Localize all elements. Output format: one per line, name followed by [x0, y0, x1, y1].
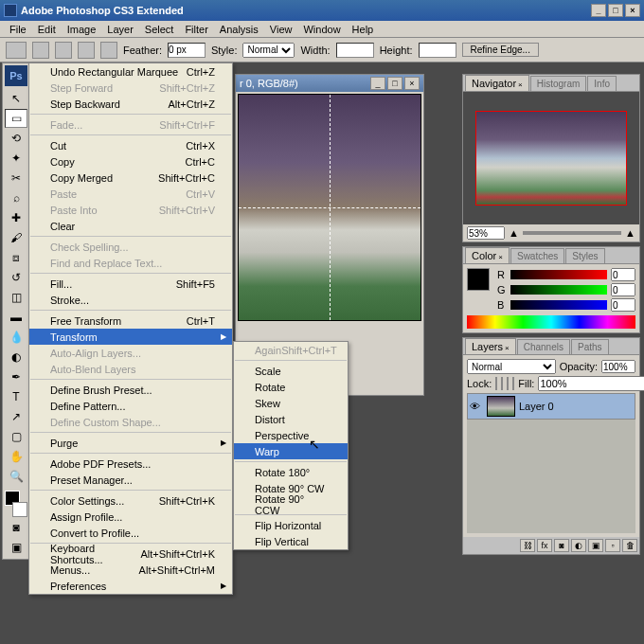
menu-edit[interactable]: Edit: [32, 24, 62, 35]
stamp-tool-icon[interactable]: ⧈: [5, 248, 27, 267]
submenu-rotate[interactable]: Rotate: [234, 379, 348, 395]
document-canvas[interactable]: [238, 94, 421, 321]
menu-free-transform[interactable]: Free TransformCtrl+T: [29, 313, 232, 329]
menu-help[interactable]: Help: [347, 24, 380, 35]
lock-pixels-icon[interactable]: [501, 377, 503, 390]
close-button[interactable]: ×: [625, 4, 640, 17]
move-tool-icon[interactable]: ↖: [5, 89, 27, 108]
menu-paste[interactable]: PasteCtrl+V: [29, 186, 232, 202]
menu-filter[interactable]: Filter: [179, 24, 213, 35]
menu-find-replace[interactable]: Find and Replace Text...: [29, 255, 232, 271]
menu-preferences[interactable]: Preferences▶: [29, 578, 232, 594]
menu-view[interactable]: View: [264, 24, 298, 35]
doc-minimize-button[interactable]: _: [370, 77, 385, 90]
submenu-flip-vertical[interactable]: Flip Vertical: [234, 533, 348, 549]
selection-intersect-icon[interactable]: [100, 42, 117, 59]
delete-layer-icon[interactable]: 🗑: [622, 539, 637, 552]
b-slider[interactable]: [510, 300, 607, 310]
eraser-tool-icon[interactable]: ◫: [5, 288, 27, 307]
menu-fade[interactable]: Fade...Shift+Ctrl+F: [29, 116, 232, 133]
menu-auto-blend[interactable]: Auto-Blend Layers: [29, 361, 232, 377]
marquee-tool-icon[interactable]: ▭: [5, 109, 27, 128]
lock-position-icon[interactable]: [507, 377, 509, 390]
menu-define-pattern[interactable]: Define Pattern...: [29, 398, 232, 414]
menu-select[interactable]: Select: [139, 24, 180, 35]
menu-clear[interactable]: Clear: [29, 218, 232, 234]
submenu-skew[interactable]: Skew: [234, 395, 348, 411]
path-tool-icon[interactable]: ↗: [5, 407, 27, 426]
blur-tool-icon[interactable]: 💧: [5, 328, 27, 347]
gradient-tool-icon[interactable]: ▬: [5, 308, 27, 327]
layer-mask-icon[interactable]: ◙: [554, 539, 569, 552]
document-titlebar[interactable]: r 0, RGB/8#) _ □ ×: [236, 75, 423, 92]
pen-tool-icon[interactable]: ✒: [5, 367, 27, 386]
quickmask-tool-icon[interactable]: ◙: [5, 518, 27, 537]
menu-copy-merged[interactable]: Copy MergedShift+Ctrl+C: [29, 170, 232, 186]
blend-mode-select[interactable]: Normal: [467, 359, 556, 374]
tab-color[interactable]: Color×: [465, 247, 510, 263]
r-input[interactable]: [611, 268, 635, 281]
g-slider[interactable]: [510, 285, 607, 295]
zoom-out-icon[interactable]: ▲: [509, 227, 519, 239]
type-tool-icon[interactable]: T: [5, 387, 27, 406]
lock-transparency-icon[interactable]: [495, 377, 497, 390]
selection-subtract-icon[interactable]: [78, 42, 95, 59]
menu-check-spelling[interactable]: Check Spelling...: [29, 239, 232, 255]
shape-tool-icon[interactable]: ▢: [5, 427, 27, 446]
menu-image[interactable]: Image: [62, 24, 102, 35]
menu-layer[interactable]: Layer: [101, 24, 139, 35]
height-input[interactable]: [419, 43, 456, 58]
submenu-rotate-90ccw[interactable]: Rotate 90° CCW: [234, 496, 348, 512]
menu-copy[interactable]: CopyCtrl+C: [29, 153, 232, 170]
tab-channels[interactable]: Channels: [517, 339, 570, 354]
tab-swatches[interactable]: Swatches: [510, 248, 564, 263]
selection-add-icon[interactable]: [55, 42, 72, 59]
doc-maximize-button[interactable]: □: [387, 77, 402, 90]
lasso-tool-icon[interactable]: ⟲: [5, 129, 27, 148]
layer-thumbnail[interactable]: [487, 396, 515, 417]
healing-tool-icon[interactable]: ✚: [5, 208, 27, 227]
adjustment-layer-icon[interactable]: ◐: [571, 539, 586, 552]
tab-layers[interactable]: Layers×: [465, 338, 516, 354]
refine-edge-button[interactable]: Refine Edge...: [462, 43, 539, 57]
submenu-perspective[interactable]: Perspective: [234, 427, 348, 443]
submenu-scale[interactable]: Scale: [234, 363, 348, 379]
layer-row[interactable]: 👁 Layer 0: [467, 393, 635, 420]
menu-window[interactable]: Window: [297, 24, 346, 35]
visibility-icon[interactable]: 👁: [470, 401, 483, 412]
menu-keyboard-shortcuts[interactable]: Keyboard Shortcuts...Alt+Shift+Ctrl+K: [29, 546, 232, 562]
r-slider[interactable]: [510, 270, 607, 279]
submenu-warp[interactable]: Warp: [234, 443, 348, 459]
menu-pdf-presets[interactable]: Adobe PDF Presets...: [29, 456, 232, 472]
opacity-input[interactable]: [601, 360, 635, 373]
submenu-distort[interactable]: Distort: [234, 411, 348, 427]
lock-all-icon[interactable]: [512, 377, 514, 390]
color-swatch-tool[interactable]: [5, 491, 27, 517]
maximize-button[interactable]: □: [608, 4, 623, 17]
crop-tool-icon[interactable]: ✂: [5, 169, 27, 188]
style-select[interactable]: Normal: [242, 43, 295, 58]
color-spectrum[interactable]: [467, 315, 635, 329]
layer-style-icon[interactable]: fx: [537, 539, 552, 552]
menu-purge[interactable]: Purge▶: [29, 435, 232, 451]
menu-step-forward[interactable]: Step ForwardShift+Ctrl+Z: [29, 80, 232, 96]
tab-styles[interactable]: Styles: [565, 248, 604, 263]
zoom-in-icon[interactable]: ▲: [625, 227, 635, 239]
color-fg-swatch[interactable]: [467, 268, 490, 291]
menu-menus[interactable]: Menus...Alt+Shift+Ctrl+M: [29, 562, 232, 578]
submenu-again[interactable]: AgainShift+Ctrl+T: [234, 342, 348, 358]
background-color-icon[interactable]: [12, 502, 27, 517]
menu-preset-manager[interactable]: Preset Manager...: [29, 472, 232, 488]
menu-assign-profile[interactable]: Assign Profile...: [29, 509, 232, 525]
menu-analysis[interactable]: Analysis: [214, 24, 264, 35]
zoom-slider[interactable]: [523, 231, 621, 235]
history-brush-tool-icon[interactable]: ↺: [5, 268, 27, 287]
menu-define-shape[interactable]: Define Custom Shape...: [29, 414, 232, 430]
zoom-tool-icon[interactable]: 🔍: [5, 467, 27, 486]
width-input[interactable]: [336, 43, 374, 58]
wand-tool-icon[interactable]: ✦: [5, 149, 27, 168]
feather-input[interactable]: [168, 43, 206, 58]
menu-cut[interactable]: CutCtrl+X: [29, 137, 232, 153]
eyedropper-tool-icon[interactable]: ⌕: [5, 188, 27, 207]
doc-close-button[interactable]: ×: [404, 77, 420, 90]
